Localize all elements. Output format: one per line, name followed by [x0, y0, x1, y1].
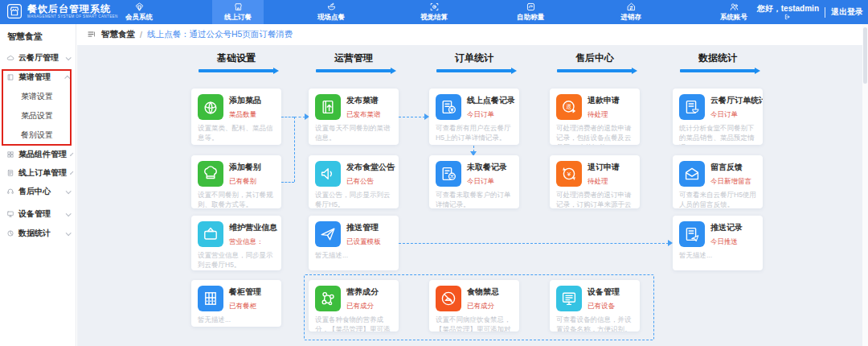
- blue-arrow-bar: [680, 69, 755, 72]
- status-text: 已有公告: [346, 177, 392, 187]
- chevron-down-icon: [66, 188, 72, 194]
- card-description: 设置不同餐别，其订餐规则、取餐方式等。: [198, 191, 275, 208]
- logout-button[interactable]: 退出登录: [831, 6, 863, 18]
- topnav-label: 线上订餐: [224, 13, 252, 23]
- column-header-basic-settings: 基础设置: [191, 51, 281, 72]
- card-publish-menu[interactable]: 发布菜谱已发布菜谱 设置每天不同餐别的菜谱信息。: [309, 89, 399, 145]
- connector-line: [294, 117, 295, 182]
- refund-icon: 退: [556, 94, 582, 120]
- connector-line: [399, 243, 669, 244]
- order-doc-icon: [6, 169, 14, 177]
- stats-pie-icon: [6, 229, 14, 237]
- app-title: 餐饮后台管理系统: [27, 4, 118, 14]
- topnav-label: 进销存: [620, 13, 641, 23]
- topnav-system-account[interactable]: 系统账号: [705, 0, 763, 24]
- monitor-list-icon: [556, 286, 582, 311]
- receipt-yen-icon: [436, 94, 461, 120]
- connector-line: [399, 117, 425, 117]
- card-nutrition[interactable]: 营养成分已有成分 设置各种食物的营养成分，【菜品管理】里可添加对应的食物及分..…: [309, 280, 399, 332]
- headset-icon: [6, 187, 14, 196]
- status-text: 已设置模板: [346, 237, 381, 247]
- breadcrumb-current[interactable]: 线上点餐：通过公众号H5页面订餐消费: [147, 29, 293, 40]
- card-food-taboo[interactable]: 食物禁忌已有成分 设置不同病症饮食禁忌，【菜品管理】里可添加对应的。: [429, 280, 519, 332]
- card-description: 统计分析食堂不同餐别下的菜品销售、菜品预定情况。: [679, 124, 756, 145]
- sidebar-item-aftersales-center[interactable]: 售后中心: [6, 183, 72, 200]
- status-text: 已有成分: [467, 302, 499, 311]
- molecule-icon: [315, 286, 341, 311]
- card-add-meal-type[interactable]: 添加餐别已有餐别 设置不同餐别，其订餐规则、取餐方式等。: [191, 155, 281, 208]
- card-description: 设置公告，同步显示到云餐厅H5。: [315, 191, 392, 208]
- sidebar-item-data-statistics[interactable]: 数据统计: [6, 225, 72, 241]
- topnav-online-ordering[interactable]: 线上订餐: [212, 0, 264, 24]
- topnav-label: 视觉结算: [420, 13, 448, 23]
- connector-line: [473, 146, 474, 152]
- inventory-house-icon: [626, 2, 637, 12]
- card-online-order-record[interactable]: 线上点餐记录今日订单 可查看所有用户在云餐厅H5上的订单详情记录。: [429, 89, 519, 145]
- card-cloud-order-stats[interactable]: 云餐厅订单统计今日订单 统计分析食堂不同餐别下的菜品销售、菜品预定情况。: [673, 89, 763, 145]
- card-description: 设置每天不同餐别的菜谱信息。: [315, 124, 392, 143]
- card-business-info[interactable]: 维护营业信息营业信息： 设置营业信息，同步显示到云餐厅H5。: [191, 216, 281, 270]
- sidebar-subitem-dish-settings[interactable]: 菜品设置: [21, 108, 53, 124]
- card-push-management[interactable]: 推送管理已设置模板 暂无描述...: [309, 216, 399, 270]
- sidebar-item-online-orders[interactable]: 线上订单管理: [6, 165, 72, 181]
- card-unclaimed-meal-record[interactable]: 未取餐记录今日订单 可查看未取餐客户的订单详情记录。: [429, 155, 519, 208]
- divider: [825, 7, 825, 18]
- storefront-icon: [233, 2, 244, 12]
- recipe-book-icon: [6, 73, 14, 81]
- svg-text:退: 退: [566, 103, 571, 109]
- blue-arrow-bar: [316, 69, 391, 72]
- status-text: 已有餐别: [229, 177, 261, 187]
- sidebar-item-cloud-restaurant[interactable]: 云餐厅管理: [6, 50, 72, 66]
- cloud-icon: [6, 54, 14, 62]
- card-meal-cabinet[interactable]: 餐柜管理已有餐柜 暂无描述...: [191, 280, 281, 327]
- vegetable-icon: [198, 94, 223, 120]
- card-description: 可查看未取餐客户的订单详情记录。: [436, 191, 513, 208]
- app-window: 餐饮后台管理系统 MANAGEMENT SYSTEM OF SMART CANT…: [0, 0, 868, 346]
- chevron-down-icon: [70, 152, 73, 155]
- card-add-dish[interactable]: 添加菜品菜品数量 设置菜类、配料、菜品信息等。: [191, 89, 281, 145]
- card-description: 可处理消费者的退款申请记录，包括设备点餐及云餐厅H5上的订单...: [556, 124, 633, 145]
- status-text: 今日新增留言: [710, 177, 751, 187]
- card-canteen-notice[interactable]: 发布食堂公告已有公告 设置公告，同步显示到云餐厅H5。: [309, 155, 399, 208]
- status-text: 营业信息：: [229, 237, 275, 247]
- topnav-inventory[interactable]: 进销存: [602, 0, 660, 24]
- card-device-management[interactable]: 设备管理已有设备 可查看设备的信息，并设置设备名称，方便识别。: [550, 280, 640, 332]
- scrollbar-track[interactable]: [862, 24, 868, 346]
- card-cancel-order-request[interactable]: ¥ 退订申请待处理 可处理消费者的退订申请记录，订购订单来源于云餐厅H5上的订单…: [550, 155, 640, 208]
- card-description: 设置菜类、配料、菜品信息等。: [198, 124, 275, 143]
- list-icon: [87, 30, 96, 39]
- sidebar: 智慧食堂 云餐厅管理 菜谱管理 菜谱设置 菜品设置 餐别设置 菜品组件管理: [0, 24, 76, 346]
- sidebar-item-dish-components[interactable]: 菜品组件管理: [6, 146, 72, 163]
- card-feedback[interactable]: 留言反馈今日新增留言 可查看来自云餐厅H5使用人员的留言反馈。: [673, 155, 763, 208]
- menu-book-up-icon: [315, 94, 341, 120]
- sidebar-subitem-meal-settings[interactable]: 餐别设置: [21, 127, 53, 143]
- card-description: 暂无描述...: [198, 315, 275, 325]
- doc-cancel-icon: [436, 161, 461, 187]
- sidebar-item-device-management[interactable]: 设备管理: [6, 206, 72, 222]
- sidebar-subitem-recipe-settings[interactable]: 菜谱设置: [21, 89, 53, 105]
- scrollbar-thumb[interactable]: [863, 27, 867, 84]
- chef-hat-icon: [198, 161, 223, 187]
- components-grid-icon: [6, 150, 14, 159]
- chevron-down-icon: [66, 55, 72, 60]
- sidebar-item-recipe-management[interactable]: 菜谱管理: [6, 69, 72, 85]
- topnav-label: 自助称量: [517, 13, 544, 23]
- column-header-aftersales: 售后中心: [550, 51, 640, 72]
- bowl-icon: [326, 2, 337, 12]
- device-monitor-icon: [6, 210, 14, 218]
- status-text: 今日订单: [710, 110, 756, 120]
- user-greeting[interactable]: 您好，testadmin: [757, 4, 819, 20]
- card-push-record[interactable]: 推送记录今日推送 暂无描述...: [673, 216, 763, 270]
- topnav-visual-checkout[interactable]: 视觉结算: [405, 0, 463, 24]
- connector-line: [294, 117, 305, 117]
- megaphone-icon: [315, 161, 341, 187]
- app-subtitle: MANAGEMENT SYSTEM OF SMART CANTEEN: [27, 14, 118, 19]
- topnav-member-system[interactable]: 会员系统: [110, 0, 168, 24]
- status-text: 已有设备: [588, 302, 620, 311]
- card-refund-request[interactable]: 退 退款申请待处理 可处理消费者的退款申请记录，包括设备点餐及云餐厅H5上的订单…: [550, 89, 640, 145]
- topnav-self-weighing[interactable]: 自助称量: [502, 0, 559, 24]
- svg-text:¥: ¥: [567, 171, 571, 178]
- topnav-onsite-ordering[interactable]: 现场点餐: [302, 0, 360, 24]
- users-icon: [729, 2, 739, 12]
- status-text: 待处理: [588, 177, 620, 187]
